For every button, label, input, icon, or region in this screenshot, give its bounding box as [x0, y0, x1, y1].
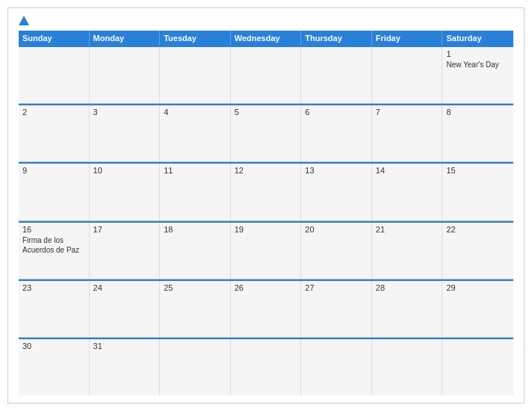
cal-cell: 18	[160, 223, 231, 279]
cell-number: 13	[305, 166, 368, 175]
cal-cell: 23	[19, 281, 90, 337]
week-row-5: 23242526272829	[19, 279, 513, 338]
cal-cell: 19	[231, 223, 302, 279]
cell-number: 5	[235, 108, 297, 117]
cal-cell: 5	[231, 105, 302, 161]
cal-cell: 17	[90, 223, 161, 279]
cell-number: 27	[305, 283, 368, 292]
day-header-monday: Monday	[90, 31, 161, 46]
cal-cell	[301, 47, 372, 103]
cal-cell: 15	[442, 164, 513, 220]
cell-number: 16	[22, 225, 85, 234]
day-header-wednesday: Wednesday	[231, 31, 302, 46]
cal-cell: 2	[19, 105, 90, 161]
cal-cell: 10	[90, 164, 161, 220]
day-header-friday: Friday	[372, 31, 443, 46]
cal-cell: 29	[442, 281, 513, 337]
week-row-4: 16Firma de los Acuerdos de Paz1718192021…	[19, 221, 513, 279]
cell-number: 22	[446, 225, 510, 234]
cal-cell: 27	[301, 281, 372, 337]
cal-cell: 1New Year's Day	[442, 47, 513, 103]
cal-cell: 26	[231, 281, 302, 337]
cal-cell	[19, 47, 90, 103]
cal-cell: 24	[90, 281, 161, 337]
cal-cell: 30	[19, 339, 90, 395]
week-row-6: 3031	[19, 338, 513, 395]
cell-number: 21	[376, 225, 439, 234]
cell-event: New Year's Day	[446, 61, 498, 69]
cell-number: 1	[446, 49, 510, 58]
week-row-1: 1New Year's Day	[19, 46, 513, 104]
logo	[19, 16, 31, 26]
cal-cell: 25	[160, 281, 231, 337]
cell-number: 12	[235, 166, 297, 175]
cell-number: 6	[305, 108, 368, 117]
cal-cell	[372, 339, 443, 395]
week-row-2: 2345678	[19, 104, 513, 162]
cell-event: Firma de los Acuerdos de Paz	[22, 236, 79, 254]
cal-cell	[231, 339, 302, 395]
day-header-saturday: Saturday	[442, 31, 513, 46]
cell-number: 20	[305, 225, 368, 234]
cell-number: 3	[93, 108, 156, 117]
cal-cell: 14	[372, 164, 443, 220]
cell-number: 30	[22, 342, 85, 350]
cell-number: 29	[446, 283, 510, 292]
cell-number: 28	[376, 283, 439, 292]
cell-number: 23	[22, 283, 85, 292]
cell-number: 18	[164, 225, 226, 234]
cell-number: 17	[93, 225, 156, 234]
week-row-3: 9101112131415	[19, 162, 513, 220]
cal-cell: 6	[301, 105, 372, 161]
cal-cell	[160, 47, 231, 103]
cal-cell: 7	[372, 105, 443, 161]
cal-cell: 9	[19, 164, 90, 220]
cal-cell	[442, 339, 513, 395]
cell-number: 24	[93, 283, 156, 292]
calendar-header	[19, 16, 513, 26]
cell-number: 7	[376, 108, 439, 117]
cal-cell	[231, 47, 302, 103]
cal-cell: 21	[372, 223, 443, 279]
day-header-sunday: Sunday	[19, 31, 90, 46]
cell-number: 26	[235, 283, 297, 292]
cell-number: 10	[93, 166, 156, 175]
cell-number: 15	[446, 166, 510, 175]
cell-number: 19	[235, 225, 297, 234]
cell-number: 31	[93, 342, 156, 350]
cell-number: 25	[164, 283, 226, 292]
cell-number: 8	[446, 108, 510, 117]
day-header-tuesday: Tuesday	[160, 31, 231, 46]
cal-cell: 16Firma de los Acuerdos de Paz	[19, 223, 90, 279]
cal-cell	[160, 339, 231, 395]
day-header-thursday: Thursday	[301, 31, 372, 46]
cal-cell: 28	[372, 281, 443, 337]
cal-cell: 11	[160, 164, 231, 220]
cell-number: 2	[22, 108, 85, 117]
logo-triangle-icon	[19, 16, 29, 25]
calendar: SundayMondayTuesdayWednesdayThursdayFrid…	[7, 7, 525, 404]
cal-cell: 12	[231, 164, 302, 220]
cal-cell	[90, 47, 161, 103]
cal-cell: 31	[90, 339, 161, 395]
cal-cell: 20	[301, 223, 372, 279]
cal-cell: 4	[160, 105, 231, 161]
cell-number: 4	[164, 108, 226, 117]
calendar-body: 1New Year's Day2345678910111213141516Fir…	[19, 46, 513, 395]
cell-number: 9	[22, 166, 85, 175]
cal-cell: 3	[90, 105, 161, 161]
calendar-grid: SundayMondayTuesdayWednesdayThursdayFrid…	[19, 31, 513, 395]
cal-cell	[372, 47, 443, 103]
cell-number: 11	[164, 166, 226, 175]
cal-cell: 22	[442, 223, 513, 279]
cal-cell: 8	[442, 105, 513, 161]
days-header: SundayMondayTuesdayWednesdayThursdayFrid…	[19, 31, 513, 46]
cal-cell: 13	[301, 164, 372, 220]
cal-cell	[301, 339, 372, 395]
logo-blue-text	[19, 16, 31, 26]
cell-number: 14	[376, 166, 439, 175]
